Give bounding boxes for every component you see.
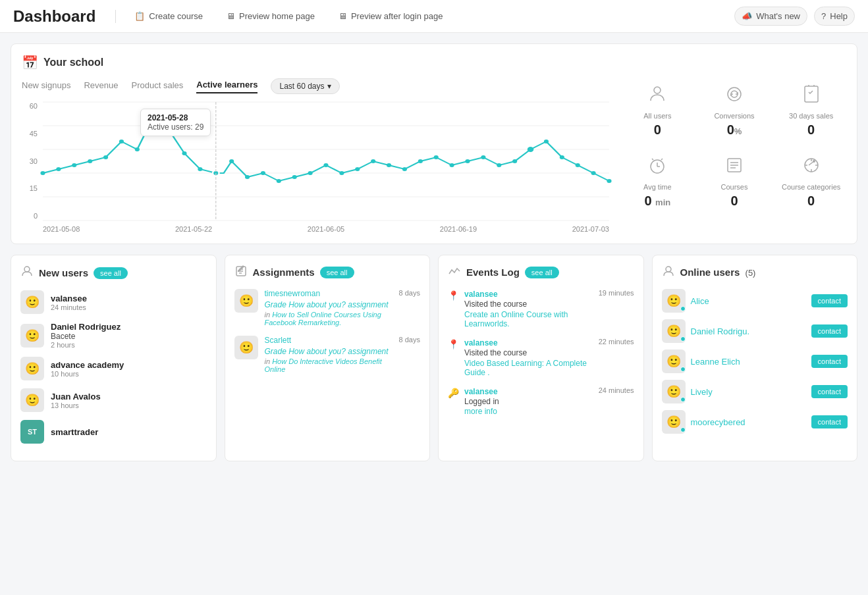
avg-time-icon <box>625 155 690 180</box>
online-users-list: 🙂 Alice contact 🙂 Daniel Rodrigu. contac… <box>662 289 848 434</box>
divider <box>115 10 116 23</box>
right-stats: All users 0 Conversions <box>609 78 846 233</box>
assignments-see-all[interactable]: see all <box>320 267 354 278</box>
list-item: 🙂 Alice contact <box>662 289 848 313</box>
svg-point-40 <box>576 163 580 167</box>
tab-new-signups[interactable]: New signups <box>22 80 70 93</box>
whats-new-button[interactable]: 📣 What's new <box>734 7 807 26</box>
preview-login-button[interactable]: 🖥 Preview after login page <box>333 7 448 25</box>
online-avatar-wrap: 🙂 <box>662 380 686 403</box>
chart-area: New signups Revenue Product sales Active… <box>22 78 609 233</box>
sales-icon <box>778 84 844 109</box>
events-log-see-all[interactable]: see all <box>525 267 559 278</box>
online-avatar-wrap: 🙂 <box>662 319 686 343</box>
svg-point-15 <box>182 151 186 155</box>
online-avatar-wrap: 🙂 <box>662 410 686 434</box>
avatar: 🙂 <box>20 357 44 380</box>
new-users-see-all[interactable]: see all <box>94 267 128 279</box>
svg-point-37 <box>528 147 534 152</box>
list-item: 🔑 valansee Logged in more info 24 minute… <box>448 386 634 417</box>
svg-point-20 <box>261 171 265 175</box>
svg-rect-46 <box>805 86 818 102</box>
svg-point-9 <box>88 159 92 163</box>
list-item: 🙂 Leanne Elich contact <box>662 349 848 373</box>
svg-point-10 <box>103 155 108 159</box>
avatar: 🙂 <box>20 324 44 348</box>
chart-y-axis: 60 45 30 15 0 <box>22 102 40 220</box>
new-users-title: New users <box>39 267 88 278</box>
chart-x-axis: 2021-05-08 2021-05-22 2021-06-05 2021-06… <box>43 222 609 233</box>
main-content: 📅 Your school New signups Revenue Produc… <box>0 33 868 472</box>
list-item: ST smarttrader <box>20 420 207 444</box>
svg-point-11 <box>119 140 124 143</box>
stat-avg-time: Avg time 0 min <box>622 149 693 214</box>
svg-point-59 <box>666 267 671 272</box>
contact-button[interactable]: contact <box>811 415 848 428</box>
svg-point-38 <box>544 140 549 143</box>
svg-point-23 <box>308 171 313 175</box>
svg-point-32 <box>450 163 454 167</box>
all-users-icon <box>625 84 690 109</box>
tab-revenue[interactable]: Revenue <box>84 80 118 93</box>
assignments-header: Assignments see all <box>234 265 421 280</box>
list-item: 🙂 Juan Avalos 13 hours <box>20 388 207 412</box>
svg-point-41 <box>591 171 596 175</box>
events-log-icon <box>448 265 461 280</box>
svg-point-30 <box>418 159 423 163</box>
online-dot <box>680 336 686 342</box>
stat-all-users: All users 0 <box>622 78 693 143</box>
avatar: 🙂 <box>234 289 258 313</box>
create-course-button[interactable]: 📋 Create course <box>129 7 208 25</box>
contact-button[interactable]: contact <box>811 385 848 398</box>
svg-point-44 <box>654 87 661 93</box>
svg-point-14 <box>167 128 171 132</box>
avatar: ST <box>20 420 44 444</box>
page-title: Dashboard <box>13 7 95 26</box>
date-range-dropdown[interactable]: Last 60 days ▾ <box>271 78 339 94</box>
new-users-header: New users see all <box>20 265 207 281</box>
online-users-icon <box>662 265 675 280</box>
contact-button[interactable]: contact <box>811 324 848 338</box>
chevron-down-icon: ▾ <box>327 82 331 91</box>
events-list: 📍 valansee Visited the course Create an … <box>448 289 634 416</box>
list-item: 🙂 Daniel Rodrigu. contact <box>662 319 848 343</box>
svg-point-24 <box>323 163 328 167</box>
svg-point-33 <box>465 159 470 163</box>
assignments-panel: Assignments see all 🙂 timesnewroman Grad… <box>225 255 431 461</box>
svg-point-12 <box>135 147 140 151</box>
svg-point-18 <box>229 159 234 163</box>
assignments-list: 🙂 timesnewroman Grade How about you? ass… <box>234 289 421 373</box>
svg-point-19 <box>245 175 250 179</box>
list-item: 🙂 Lively contact <box>662 380 848 403</box>
svg-point-34 <box>481 155 485 159</box>
tab-product-sales[interactable]: Product sales <box>131 80 183 93</box>
contact-button[interactable]: contact <box>811 355 848 368</box>
svg-point-21 <box>277 179 281 183</box>
course-categories-icon <box>778 155 844 180</box>
new-users-icon <box>20 265 34 281</box>
svg-point-57 <box>24 267 30 272</box>
tab-active-learners[interactable]: Active learners <box>196 80 258 93</box>
online-dot <box>680 397 686 402</box>
chart-wrapper: 60 45 30 15 0 <box>22 102 609 233</box>
online-avatar-wrap: 🙂 <box>662 289 686 313</box>
conversions-icon <box>702 84 767 109</box>
svg-point-39 <box>560 155 564 159</box>
calendar-icon: 📅 <box>22 55 38 70</box>
online-dot <box>680 427 686 432</box>
bottom-grid: New users see all 🙂 valansee 24 minutes … <box>11 255 857 461</box>
avatar: 🙂 <box>234 336 258 359</box>
preview-home-icon: 🖥 <box>227 11 235 21</box>
svg-point-27 <box>371 159 375 163</box>
events-log-title: Events Log <box>466 267 520 278</box>
svg-point-25 <box>339 171 344 175</box>
key-icon: 🔑 <box>448 388 459 398</box>
location-icon: 📍 <box>448 290 459 301</box>
new-users-list: 🙂 valansee 24 minutes 🙂 Daniel Rodriguez… <box>20 290 207 444</box>
contact-button[interactable]: contact <box>811 294 848 307</box>
header-right: 📣 What's new ? Help <box>734 7 855 26</box>
help-button[interactable]: ? Help <box>814 7 855 26</box>
whats-new-icon: 📣 <box>742 11 752 21</box>
preview-home-button[interactable]: 🖥 Preview home page <box>221 7 320 25</box>
stat-conversions: Conversions 0% <box>699 78 770 143</box>
